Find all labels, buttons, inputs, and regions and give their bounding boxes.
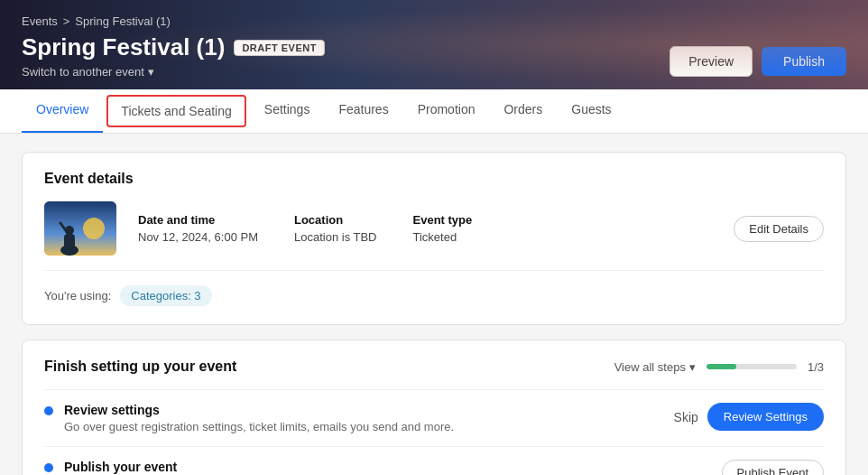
step-text: Publish your event Once you're done with… <box>64 460 409 475</box>
switch-event-label: Switch to another event <box>22 65 144 79</box>
tab-settings-label: Settings <box>264 102 310 116</box>
tab-overview-label: Overview <box>36 102 88 116</box>
event-title-text: Spring Festival (1) <box>22 33 225 61</box>
tab-tickets-seating[interactable]: Tickets and Seating <box>106 95 245 127</box>
tab-guests[interactable]: Guests <box>557 89 625 133</box>
view-all-steps-button[interactable]: View all steps ▾ <box>614 360 696 374</box>
page-title: Spring Festival (1) DRAFT EVENT <box>22 33 325 61</box>
switch-event-button[interactable]: Switch to another event ▾ <box>22 65 325 89</box>
step-count: 1/3 <box>808 360 824 374</box>
setup-header: Finish setting up your event View all st… <box>44 359 824 375</box>
step-text: Review settings Go over guest registrati… <box>64 403 454 433</box>
step-actions: Publish Event <box>722 460 825 475</box>
step-actions: Skip Review Settings <box>674 403 824 431</box>
location-value: Location is TBD <box>294 230 377 244</box>
edit-details-button[interactable]: Edit Details <box>734 216 824 242</box>
breadcrumb: Events > Spring Festival (1) <box>22 14 846 28</box>
view-all-label: View all steps <box>614 360 686 374</box>
svg-rect-0 <box>44 201 116 256</box>
step-name: Review settings <box>64 403 454 417</box>
tab-settings[interactable]: Settings <box>250 89 325 133</box>
tab-features[interactable]: Features <box>324 89 402 133</box>
event-thumbnail <box>44 201 116 256</box>
publish-event-button[interactable]: Publish Event <box>722 460 825 475</box>
finish-setup-card: Finish setting up your event View all st… <box>22 340 846 475</box>
tab-orders-label: Orders <box>503 102 542 116</box>
type-label: Event type <box>413 213 473 227</box>
progress-fill <box>706 364 736 369</box>
progress-bar <box>706 364 797 369</box>
hero-actions: Preview Publish <box>669 46 846 77</box>
event-details-card: Event details <box>22 152 846 325</box>
publish-button[interactable]: Publish <box>762 47 846 76</box>
event-details-title: Event details <box>44 171 824 187</box>
tab-tickets-seating-label: Tickets and Seating <box>121 104 231 118</box>
step-left: Review settings Go over guest registrati… <box>44 403 454 433</box>
step-item: Publish your event Once you're done with… <box>44 446 824 475</box>
review-settings-button[interactable]: Review Settings <box>707 403 824 431</box>
breadcrumb-current: Spring Festival (1) <box>75 14 170 28</box>
categories-using-label: You're using: <box>44 289 111 303</box>
location-label: Location <box>294 213 377 227</box>
meta-date: Date and time Nov 12, 2024, 6:00 PM <box>138 213 258 244</box>
tabs-bar: Overview Tickets and Seating Settings Fe… <box>0 89 868 134</box>
step-dot <box>44 463 53 472</box>
event-details-row: Date and time Nov 12, 2024, 6:00 PM Loca… <box>44 201 824 256</box>
preview-button[interactable]: Preview <box>669 46 753 77</box>
categories-badge[interactable]: Categories: 3 <box>120 285 211 306</box>
meta-type: Event type Ticketed <box>413 213 473 244</box>
draft-badge: DRAFT EVENT <box>234 40 325 56</box>
categories-row: You're using: Categories: 3 <box>44 270 824 306</box>
hero-section: Events > Spring Festival (1) Spring Fest… <box>0 0 868 89</box>
tab-features-label: Features <box>338 102 388 116</box>
setup-title: Finish setting up your event <box>44 359 236 375</box>
chevron-down-icon: ▾ <box>148 65 154 79</box>
skip-button[interactable]: Skip <box>674 410 698 424</box>
svg-point-1 <box>83 218 105 239</box>
setup-right: View all steps ▾ 1/3 <box>614 360 824 374</box>
main-content: Event details <box>0 134 868 475</box>
tab-overview[interactable]: Overview <box>22 89 103 133</box>
step-name: Publish your event <box>64 460 409 474</box>
tab-promotion[interactable]: Promotion <box>403 89 490 133</box>
breadcrumb-sep: > <box>63 14 70 28</box>
step-dot <box>44 406 53 415</box>
step-item: Review settings Go over guest registrati… <box>44 389 824 446</box>
event-meta: Date and time Nov 12, 2024, 6:00 PM Loca… <box>138 213 734 244</box>
tab-guests-label: Guests <box>571 102 611 116</box>
step-desc: Go over guest registration settings, tic… <box>64 420 454 433</box>
meta-location: Location Location is TBD <box>294 213 377 244</box>
date-label: Date and time <box>138 213 258 227</box>
tab-orders[interactable]: Orders <box>489 89 557 133</box>
breadcrumb-events[interactable]: Events <box>22 14 58 28</box>
type-value: Ticketed <box>413 230 473 244</box>
chevron-down-icon: ▾ <box>689 360 696 374</box>
tab-promotion-label: Promotion <box>418 102 476 116</box>
step-left: Publish your event Once you're done with… <box>44 460 409 475</box>
date-value: Nov 12, 2024, 6:00 PM <box>138 230 258 244</box>
